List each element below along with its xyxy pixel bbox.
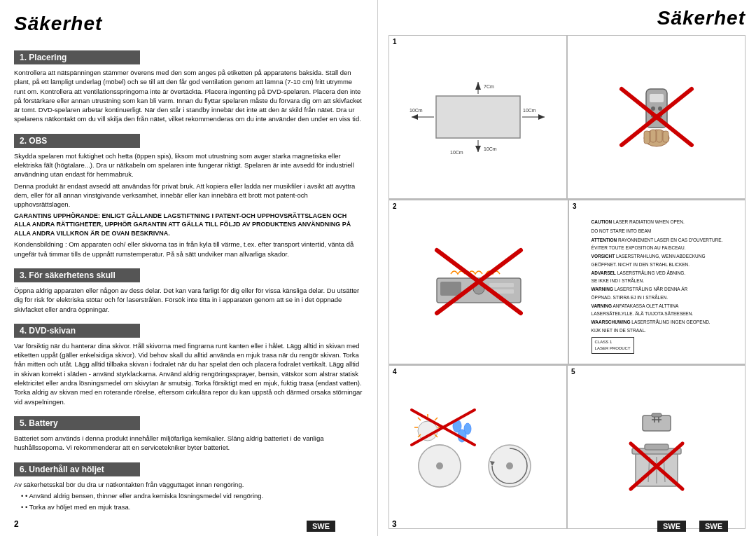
cell-number-1: 1 <box>393 38 397 46</box>
svg-marker-11 <box>475 146 481 152</box>
illus-cell-1b <box>567 35 746 199</box>
illus-cell-2: 2 <box>388 200 568 364</box>
svg-marker-2 <box>475 82 481 90</box>
svg-point-50 <box>436 462 443 469</box>
svg-point-17 <box>658 106 662 111</box>
svg-rect-24 <box>663 131 668 142</box>
left-swe-badge: SWE <box>307 521 335 532</box>
right-page-title: Säkerhet <box>388 7 746 29</box>
disc-handling-diagram <box>408 406 548 487</box>
svg-point-16 <box>651 106 655 111</box>
section-2-header: 2. OBS <box>14 134 140 148</box>
section-4-header: 4. DVD-skivan <box>14 324 140 338</box>
svg-rect-54 <box>643 415 671 431</box>
svg-text:10Cm: 10Cm <box>484 146 497 151</box>
section-6-header: 6. Underhåll av höljet <box>14 462 140 476</box>
section-3-header: 3. För säkerhetens skull <box>14 268 140 282</box>
laser-warning-text: CAUTION LASER RADIATION WHEN OPEN. DO NO… <box>592 219 723 354</box>
section-2-content: Skydda spelaren mot fuktighet och hetta … <box>14 151 363 259</box>
svg-text:10Cm: 10Cm <box>450 150 463 155</box>
svg-rect-15 <box>650 94 664 102</box>
left-page-number: 2 <box>14 519 19 529</box>
cell-number-3: 3 <box>573 202 577 210</box>
illus-cell-3: 3 CAUTION LASER RADIATION WHEN OPEN. DO … <box>568 200 746 364</box>
stereo-diagram <box>426 243 531 320</box>
svg-text:10Cm: 10Cm <box>523 108 536 113</box>
section-1-content: Kontrollera att nätspänningen stämmer öv… <box>14 68 363 124</box>
svg-marker-8 <box>538 114 545 120</box>
section-4: 4. DVD-skivan Var försiktig när du hante… <box>14 317 363 406</box>
svg-line-36 <box>435 418 438 420</box>
svg-rect-0 <box>436 96 520 138</box>
svg-rect-28 <box>440 282 461 296</box>
section-2: 2. OBS Skydda spelaren mot fuktighet och… <box>14 127 363 259</box>
left-page-title: Säkerhet <box>14 13 363 35</box>
section-4-content: Var försiktig när du hanterar dina skivo… <box>14 341 363 406</box>
section-3: 3. För säkerhetens skull Öppna aldrig ap… <box>14 261 363 314</box>
cell-number-5: 5 <box>571 368 575 376</box>
remote-hand-diagram <box>611 82 702 152</box>
svg-marker-5 <box>412 114 418 120</box>
section-5-content: Batteriet som används i denna produkt in… <box>14 434 363 453</box>
svg-text:10Cm: 10Cm <box>410 108 423 113</box>
svg-point-29 <box>473 283 484 294</box>
right-swe-badge-1: SWE <box>657 521 686 532</box>
section-6-content: Av säkerhetsskäl bör du dra ur nätkontak… <box>14 480 363 512</box>
illus-cell-5: 5 <box>567 365 746 529</box>
svg-text:7Cm: 7Cm <box>484 84 494 89</box>
svg-rect-23 <box>657 130 662 142</box>
cell-number-4: 4 <box>393 368 397 376</box>
svg-rect-21 <box>644 131 650 144</box>
section-5: 5. Battery Batteriet som används i denna… <box>14 409 363 453</box>
svg-rect-61 <box>645 444 668 450</box>
page-container: Säkerhet 1. Placering Kontrollera att nä… <box>0 0 756 536</box>
svg-point-52 <box>506 462 513 469</box>
svg-rect-22 <box>650 130 656 142</box>
ventilation-diagram: 7Cm 10Cm 10Cm 10Cm 10C <box>408 78 548 156</box>
svg-rect-31 <box>489 289 514 294</box>
section-5-header: 5. Battery <box>14 416 140 430</box>
section-6: 6. Underhåll av höljet Av säkerhetsskäl … <box>14 455 363 512</box>
right-page-number: 3 <box>392 519 397 529</box>
illus-cell-1: 1 7Cm 10Cm <box>388 35 567 199</box>
left-page: Säkerhet 1. Placering Kontrollera att nä… <box>0 0 378 536</box>
battery-disposal-diagram <box>604 405 709 489</box>
right-page: Säkerhet 1 7Cm <box>378 0 756 536</box>
illus-cell-4: 4 <box>388 365 567 529</box>
cell-number-2: 2 <box>393 202 397 210</box>
section-1-header: 1. Placering <box>14 50 140 64</box>
section-3-content: Öppna aldrig apparaten eller någon av de… <box>14 286 363 314</box>
svg-line-39 <box>418 418 421 420</box>
right-swe-badge-2: SWE <box>699 521 728 532</box>
svg-rect-30 <box>489 283 514 287</box>
svg-point-18 <box>651 114 655 118</box>
svg-point-19 <box>658 114 662 118</box>
svg-rect-55 <box>652 413 662 417</box>
section-1: 1. Placering Kontrollera att nätspänning… <box>14 43 363 124</box>
